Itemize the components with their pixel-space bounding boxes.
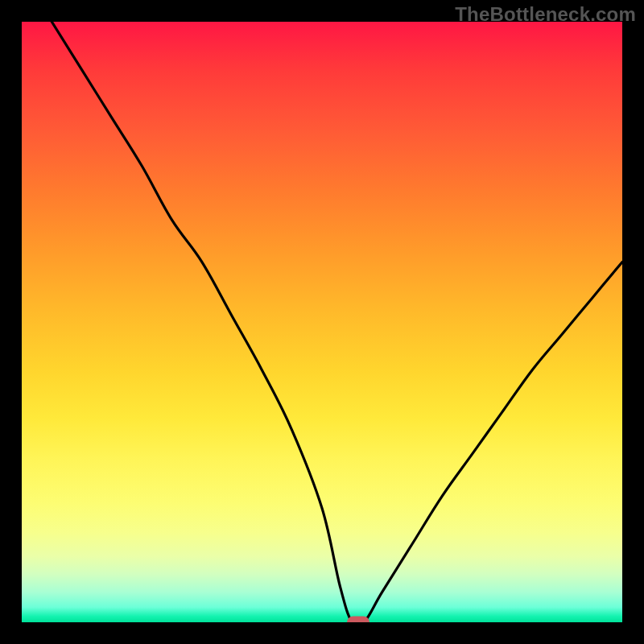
bottleneck-curve: [22, 22, 622, 622]
chart-area: [22, 22, 622, 622]
optimal-point-marker: [347, 617, 369, 623]
watermark-text: TheBottleneck.com: [455, 3, 636, 26]
